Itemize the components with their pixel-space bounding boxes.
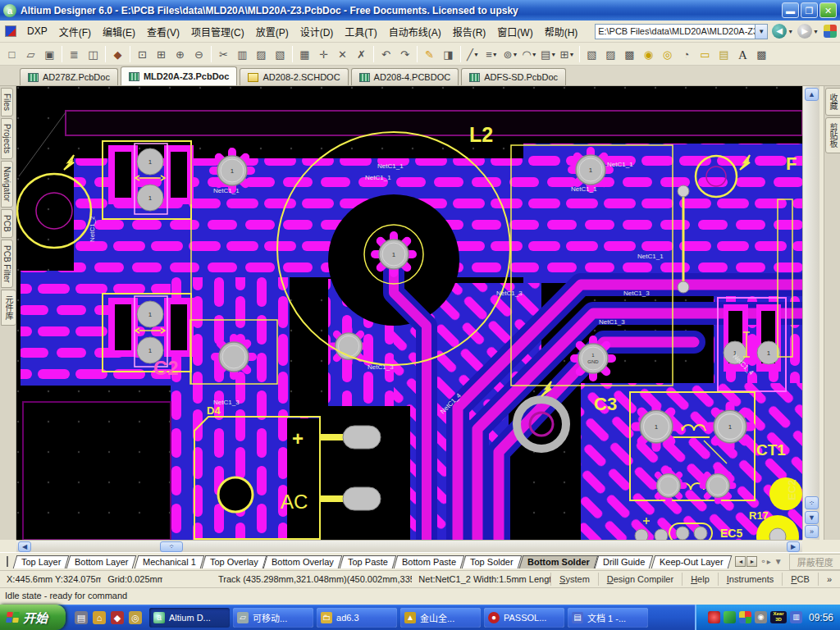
interactive-route-icon[interactable]: ✎ — [420, 45, 439, 63]
quick-launch-icon[interactable]: ⌂ — [93, 611, 106, 624]
pcb-panel-button[interactable]: PCB — [782, 573, 818, 586]
select-area-icon[interactable]: ▦ — [295, 45, 314, 63]
doc-tab-adfs-sd[interactable]: ADFS-SD.PcbDoc — [461, 68, 566, 85]
move-icon[interactable]: ✛ — [314, 45, 333, 63]
layer-next-icon[interactable]: ► — [746, 556, 757, 567]
panel-tab-favorites[interactable]: 收藏 — [825, 88, 840, 116]
place-via-icon[interactable]: ⊚▼ — [501, 45, 520, 63]
tray-dictionary-icon[interactable]: ▥ — [790, 611, 802, 623]
panel-tab-navigator[interactable]: Navigator — [1, 161, 13, 208]
fit-document-icon[interactable]: ⊡ — [133, 45, 152, 63]
scroll-left-icon[interactable]: ◀ — [18, 541, 31, 552]
scroll-next-view-icon[interactable]: » — [805, 525, 819, 538]
panel-tab-library[interactable]: 元件库 — [1, 290, 16, 326]
title-bar[interactable]: a Altium Designer 6.0 - E:\PCB Files\dat… — [0, 0, 840, 21]
rule-3-icon[interactable]: ▩ — [620, 45, 639, 63]
place-line-icon[interactable]: ╱▼ — [463, 45, 482, 63]
forward-dropdown-icon[interactable]: ▼ — [813, 29, 819, 34]
system-panel-button[interactable]: System — [550, 573, 598, 586]
save-icon[interactable]: ▣ — [40, 45, 59, 63]
task-button-passol[interactable]: ● PASSOL... — [484, 608, 564, 628]
panel-tab-clipboard[interactable]: 剪贴板 — [825, 117, 840, 153]
layer-tab-bottom-overlay[interactable]: Bottom Overlay — [263, 555, 342, 568]
room-icon[interactable]: ▩ — [752, 45, 771, 63]
tray-volume-icon[interactable]: ◉ — [755, 611, 767, 623]
scroll-up-icon[interactable]: ▲ — [805, 88, 819, 101]
find-icon[interactable]: ◨ — [439, 45, 458, 63]
tray-messenger-icon[interactable] — [739, 611, 751, 623]
menu-reports[interactable]: 报告(R) — [447, 22, 492, 41]
panel-tab-pcb[interactable]: PCB — [1, 209, 13, 238]
layer-tab-mechanical-1[interactable]: Mechanical 1 — [134, 555, 203, 568]
copy-icon[interactable]: ▥ — [233, 45, 252, 63]
forward-icon[interactable]: ▶ — [797, 24, 812, 39]
layer-tab-bottom-paste[interactable]: Bottom Paste — [394, 555, 465, 568]
task-button-removable[interactable]: ▱ 可移动... — [233, 608, 313, 628]
layer-tab-bottom-solder[interactable]: Bottom Solder — [518, 555, 597, 568]
place-fill-icon[interactable]: ▤▼ — [539, 45, 558, 63]
address-input[interactable]: E:\PCB Files\data\MLD20A\MLD20A-Z3 — [595, 24, 756, 39]
place-arc-icon[interactable]: ◠▼ — [520, 45, 539, 63]
pcb-canvas[interactable]: 1 1 1 1 1 1 1 1 1 1 1 1 GND NetC1_1 NetC… — [16, 86, 802, 540]
back-icon[interactable]: ◀ — [772, 24, 787, 39]
panel-tab-projects[interactable]: Projects — [1, 118, 13, 159]
layer-tab-bottom-layer[interactable]: Bottom Layer — [66, 555, 137, 568]
layer-tab-top-layer[interactable]: Top Layer — [13, 555, 70, 568]
restore-button[interactable]: ❐ — [801, 2, 818, 18]
quick-launch-icon[interactable]: ◎ — [129, 611, 142, 624]
tray-antivirus-icon[interactable] — [708, 611, 720, 623]
menu-file[interactable]: 文件(F) — [53, 22, 97, 41]
workspace-icon[interactable]: ◆ — [108, 45, 127, 63]
layer-tab-keep-out[interactable]: Keep-Out Layer — [651, 555, 731, 568]
place-string-icon[interactable]: ≡▼ — [482, 45, 501, 63]
current-layer-swatch[interactable] — [7, 556, 8, 567]
scroll-right-icon[interactable]: ▶ — [787, 541, 800, 552]
scroll-thumb[interactable]: ⁘ — [160, 541, 183, 552]
menu-window[interactable]: 窗口(W) — [491, 22, 538, 41]
tray-xear3d-icon[interactable]: Xear 3D — [770, 611, 787, 623]
doc-tab-ad208-4[interactable]: AD208-4.PCBDOC — [351, 68, 459, 85]
mask-funnel-icon[interactable]: ▼ — [774, 557, 783, 566]
layer-tab-top-overlay[interactable]: Top Overlay — [201, 555, 266, 568]
panel-tab-files[interactable]: Files — [1, 88, 13, 116]
horizontal-scrollbar[interactable]: ◀ ⁘ ▶ — [16, 540, 802, 552]
array-icon[interactable]: ▤ — [714, 45, 733, 63]
doc-tab-ad208-2[interactable]: AD208-2.SCHDOC — [240, 68, 348, 85]
via-icon[interactable]: ◎ — [658, 45, 677, 63]
home-icon[interactable] — [824, 25, 837, 38]
print-preview-icon[interactable]: ◫ — [84, 45, 103, 63]
menu-dxp[interactable]: DXP — [21, 23, 53, 39]
instruments-panel-button[interactable]: Instruments — [718, 573, 782, 586]
back-dropdown-icon[interactable]: ▼ — [788, 29, 793, 34]
tray-shield-icon[interactable] — [724, 611, 736, 623]
fit-area-icon[interactable]: ⊞ — [152, 45, 171, 63]
task-button-altium[interactable]: a Altium D... — [149, 608, 230, 628]
task-button-ad63[interactable]: 🗀 ad6.3 — [317, 608, 397, 628]
quick-launch-icon[interactable]: ◆ — [111, 611, 124, 624]
close-button[interactable]: ✕ — [819, 2, 837, 18]
vertical-scrollbar[interactable]: ▲ ⁘ ▼ » — [802, 86, 819, 540]
layer-tab-top-solder[interactable]: Top Solder — [462, 555, 522, 568]
more-panels-button[interactable]: » — [818, 573, 840, 586]
mask-level-button[interactable]: 屏蔽程度 — [789, 554, 840, 570]
menu-edit[interactable]: 编辑(E) — [97, 22, 141, 41]
menu-tools[interactable]: 工具(T) — [339, 22, 382, 41]
doc-tab-mld20a-z3[interactable]: MLD20A-Z3.PcbDoc — [121, 66, 238, 85]
menu-place[interactable]: 放置(P) — [250, 22, 294, 41]
new-icon[interactable]: □ — [2, 45, 21, 63]
rule-2-icon[interactable]: ▨ — [601, 45, 620, 63]
panel-tab-pcb-filter[interactable]: PCB Filter — [1, 240, 13, 289]
deselect-icon[interactable]: ✕ — [333, 45, 352, 63]
help-panel-button[interactable]: Help — [682, 573, 718, 586]
zoom-out-icon[interactable]: ⊖ — [189, 45, 208, 63]
address-dropdown-icon[interactable]: ▼ — [756, 24, 768, 39]
undo-icon[interactable]: ↶ — [377, 45, 395, 63]
zoom-in-icon[interactable]: ⊕ — [171, 45, 189, 63]
layer-tab-top-paste[interactable]: Top Paste — [340, 555, 397, 568]
print-icon[interactable]: ≣ — [65, 45, 84, 63]
pad-icon[interactable]: ◉ — [639, 45, 658, 63]
layer-prev-icon[interactable]: ◄ — [735, 556, 746, 567]
paste-icon[interactable]: ▨ — [252, 45, 271, 63]
doc-tab-ad278z[interactable]: AD278Z.PcbDoc — [20, 68, 118, 85]
clear-filter-icon[interactable]: ✗ — [352, 45, 371, 63]
